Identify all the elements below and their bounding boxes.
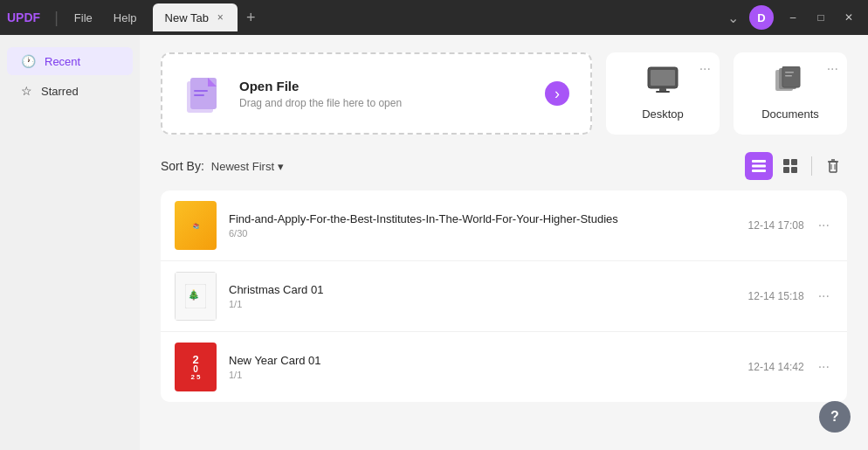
file-menu[interactable]: File [65,8,101,28]
thumb-white: 🎄 [175,272,217,321]
grid-view-icon [782,158,798,174]
svg-rect-16 [783,159,789,165]
app-logo: UPDF [7,10,40,24]
maximize-button[interactable]: □ [809,5,833,30]
svg-rect-2 [194,90,208,92]
file-name-1: Find-and-Apply-For-the-Best-Institutes-I… [229,212,748,225]
file-info-1: Find-and-Apply-For-the-Best-Institutes-I… [229,212,748,239]
christmas-thumb-icon: 🎄 [185,284,206,308]
sidebar-item-starred[interactable]: ☆ Starred [7,77,133,105]
list-view-icon [751,158,767,174]
main-layout: 🕐 Recent ☆ Starred [0,35,868,450]
new-tab[interactable]: New Tab × [153,3,238,31]
tab-close-button[interactable]: × [216,10,225,25]
open-file-arrow[interactable]: › [545,81,569,106]
sidebar-item-starred-label: Starred [41,85,79,98]
svg-rect-14 [752,165,766,168]
svg-rect-10 [782,66,800,87]
table-row[interactable]: 🎄 Christmas Card 01 1/1 12-14 15:18 ··· [161,261,847,332]
svg-rect-11 [785,72,794,73]
help-menu[interactable]: Help [105,8,146,28]
titlebar: UPDF | File Help New Tab × + ⌄ D – □ ✕ [0,0,868,35]
tab-bar: New Tab × + [153,3,724,31]
file-pages-1: 6/30 [229,228,748,239]
file-more-button-3[interactable]: ··· [815,356,833,378]
open-file-text: Open File Drag and drop the file here to… [239,79,402,109]
shortcut-card-documents[interactable]: ··· Documents [734,52,847,135]
file-date-2: 12-14 15:18 [748,290,804,302]
svg-rect-20 [830,162,837,172]
grid-view-button[interactable] [776,152,804,180]
svg-rect-17 [791,159,797,165]
star-icon: ☆ [21,84,32,98]
sort-select[interactable]: Newest First ▾ [211,160,284,173]
sort-label: Sort By: [161,159,204,173]
help-button[interactable]: ? [819,401,851,433]
dropdown-arrow-icon: ▾ [278,160,284,173]
sidebar: 🕐 Recent ☆ Starred [0,35,140,450]
svg-rect-5 [651,70,675,86]
top-row: Open File Drag and drop the file here to… [161,52,847,135]
logo-text: UPDF [7,10,40,24]
svg-rect-12 [785,75,792,77]
file-thumbnail-2: 🎄 [175,272,217,321]
open-file-icon [183,73,225,114]
svg-rect-18 [783,167,789,173]
minimize-button[interactable]: – [781,5,805,30]
tab-title: New Tab [165,11,209,24]
file-more-button-2[interactable]: ··· [815,285,833,308]
svg-rect-3 [194,94,204,96]
delete-button[interactable] [819,152,847,180]
shortcut-card-desktop[interactable]: ··· Desktop [606,52,720,135]
shortcut-documents-label: Documents [761,107,819,121]
close-button[interactable]: ✕ [837,5,861,30]
file-pages-3: 1/1 [229,370,748,380]
tab-add-button[interactable]: + [241,7,261,29]
file-info-2: Christmas Card 01 1/1 [229,283,748,309]
file-thumbnail-1: 📚 [175,201,217,250]
shortcut-more-documents[interactable]: ··· [827,61,838,77]
avatar[interactable]: D [749,5,774,30]
svg-text:🎄: 🎄 [188,288,200,301]
titlebar-divider: | [54,9,59,27]
open-file-card[interactable]: Open File Drag and drop the file here to… [161,52,592,135]
tab-overflow-button[interactable]: ⌄ [724,6,742,30]
svg-rect-19 [791,167,797,173]
recent-icon: 🕐 [21,54,36,68]
file-pages-2: 1/1 [229,299,748,309]
shortcut-more-desktop[interactable]: ··· [699,61,711,77]
file-date-1: 12-14 17:08 [748,219,804,232]
desktop-icon [647,66,679,100]
sidebar-item-recent[interactable]: 🕐 Recent [7,47,133,75]
shortcut-desktop-label: Desktop [642,107,684,121]
file-more-button-1[interactable]: ··· [815,214,833,237]
thumb-red: 2 0 2 5 [175,343,217,391]
file-list: 📚 Find-and-Apply-For-the-Best-Institutes… [161,190,847,402]
file-thumbnail-3: 2 0 2 5 [175,343,217,391]
sort-bar: Sort By: Newest First ▾ [161,152,847,180]
open-file-subtitle: Drag and drop the file here to open [239,97,402,109]
svg-rect-1 [190,78,217,109]
file-name-3: New Year Card 01 [229,354,748,367]
titlebar-menu: File Help [65,8,146,28]
arrow-icon: › [555,85,560,103]
table-row[interactable]: 📚 Find-and-Apply-For-the-Best-Institutes… [161,190,847,261]
svg-rect-15 [752,170,766,172]
thumb-yellow: 📚 [175,201,217,250]
trash-icon [825,158,841,174]
content-area: Open File Drag and drop the file here to… [140,35,868,450]
documents-icon [775,66,806,100]
open-file-title: Open File [239,79,402,93]
sidebar-item-recent-label: Recent [45,55,80,68]
file-date-3: 12-14 14:42 [748,361,804,373]
sort-value: Newest First [211,160,274,173]
view-toggle [745,152,847,180]
window-controls: – □ ✕ [781,5,861,30]
svg-rect-7 [656,91,670,93]
view-divider [811,156,812,176]
svg-rect-13 [752,160,766,163]
file-name-2: Christmas Card 01 [229,283,748,296]
file-info-3: New Year Card 01 1/1 [229,354,748,380]
table-row[interactable]: 2 0 2 5 New Year Card 01 1/1 12-14 14:42… [161,332,847,402]
list-view-button[interactable] [745,152,773,180]
